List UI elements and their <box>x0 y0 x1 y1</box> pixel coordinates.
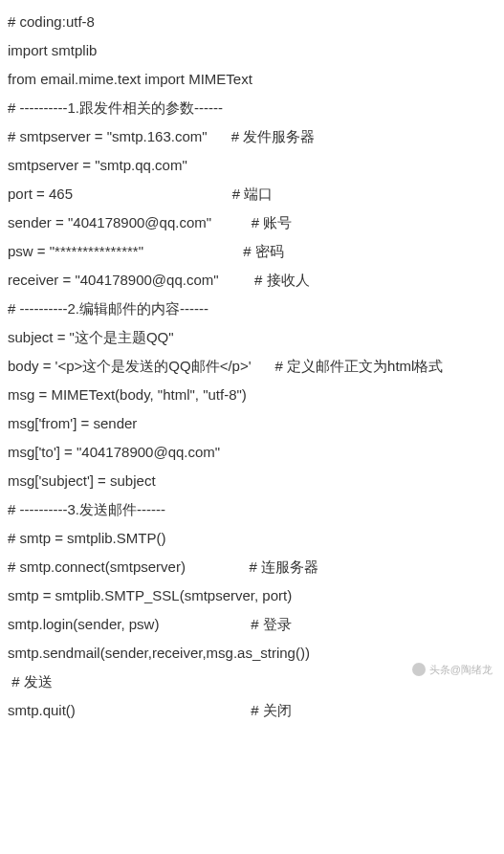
watermark: 头条@陶绪龙 <box>412 659 493 680</box>
code-line: sender = "404178900@qq.com" # 账号 <box>8 208 496 237</box>
code-line: subject = "这个是主题QQ" <box>8 323 496 352</box>
code-line: smtp.quit() # 关闭 <box>8 696 496 725</box>
code-line: receiver = "404178900@qq.com" # 接收人 <box>8 266 496 295</box>
watermark-icon <box>412 663 426 676</box>
code-line: # ----------1.跟发件相关的参数------ <box>8 94 496 122</box>
watermark-text: 头条@陶绪龙 <box>429 659 493 680</box>
code-line: msg['subject'] = subject <box>8 467 496 495</box>
code-line: msg['to'] = "404178900@qq.com" <box>8 438 496 467</box>
code-line: from email.mime.text import MIMEText <box>8 65 496 94</box>
code-line: # smtp.connect(smtpserver) # 连服务器 <box>8 553 496 581</box>
code-line: smtp = smtplib.SMTP_SSL(smtpserver, port… <box>8 581 496 610</box>
code-block: # coding:utf-8 import smtplib from email… <box>8 8 496 725</box>
code-line: smtpserver = "smtp.qq.com" <box>8 151 496 180</box>
code-line: port = 465 # 端口 <box>8 180 496 208</box>
code-line: psw = "***************" # 密码 <box>8 237 496 266</box>
code-line: # ----------2.编辑邮件的内容------ <box>8 295 496 323</box>
code-line: # smtp = smtplib.SMTP() <box>8 524 496 553</box>
code-line: smtp.login(sender, psw) # 登录 <box>8 610 496 639</box>
code-line: msg = MIMEText(body, "html", "utf-8") <box>8 381 496 409</box>
code-line: # ----------3.发送邮件------ <box>8 495 496 524</box>
code-line: # smtpserver = "smtp.163.com" # 发件服务器 <box>8 122 496 151</box>
code-line: body = '<p>这个是发送的QQ邮件</p>' # 定义邮件正文为html… <box>8 352 496 381</box>
code-line: msg['from'] = sender <box>8 409 496 438</box>
code-line: # coding:utf-8 <box>8 8 496 36</box>
code-line: import smtplib <box>8 36 496 65</box>
